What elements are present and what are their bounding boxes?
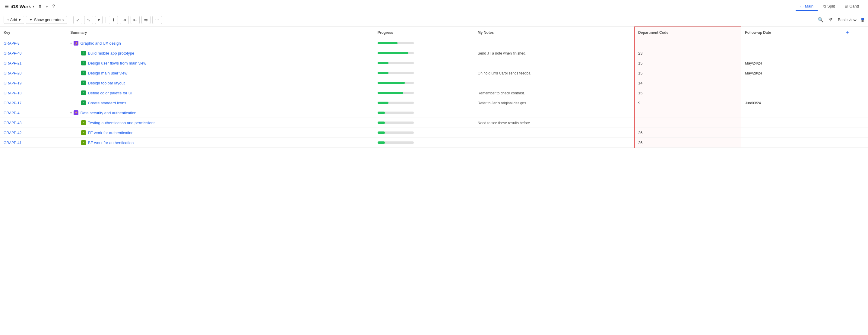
chevron-dropdown-button[interactable]: ▾ (95, 16, 102, 24)
row-summary-link[interactable]: Design toolbar layout (88, 81, 125, 85)
row-key-link[interactable]: GRAPP-42 (4, 131, 22, 135)
show-generators-button[interactable]: ✦ Show generators (26, 16, 67, 24)
progress-bar (378, 72, 414, 74)
progress-bar-fill (378, 72, 389, 74)
col-header-summary: Summary (67, 27, 374, 38)
split-tab-label: Split (827, 4, 835, 8)
share-nodes-icon[interactable]: ⑃ (45, 4, 49, 9)
check-icon: ✓ (81, 140, 86, 145)
row-followup-date: May/24/24 (745, 61, 762, 65)
row-notes: On hold until Carol sends feedba (478, 71, 530, 75)
more-options-button[interactable]: ⋯ (152, 16, 162, 24)
share-icon[interactable]: ⬆ (38, 4, 42, 9)
check-icon: ✓ (81, 51, 86, 56)
table-row: GRAPP-20✓Design main user viewOn hold un… (0, 68, 868, 78)
col-header-add: ＋ (841, 27, 868, 38)
upload-icon: ⬆ (112, 18, 115, 22)
search-button[interactable]: 🔍 (816, 16, 825, 24)
columns-button-wrapper: ||| (861, 17, 864, 23)
move-button[interactable]: ⇆ (142, 16, 151, 24)
app-title[interactable]: ☰ iOS Work ▾ (5, 4, 34, 9)
row-key-link[interactable]: GRAPP-17 (4, 101, 22, 105)
upload-button[interactable]: ⬆ (109, 16, 118, 24)
indent-button[interactable]: ⇥ (120, 16, 129, 24)
row-summary-link[interactable]: Testing authentication and permissions (88, 121, 155, 125)
help-icon[interactable]: ? (52, 4, 55, 9)
tab-gantt[interactable]: ⊟ Gantt (840, 2, 863, 11)
row-key-link[interactable]: GRAPP-4 (4, 111, 20, 115)
separator-2 (105, 17, 106, 23)
row-key-link[interactable]: GRAPP-18 (4, 91, 22, 95)
tab-main[interactable]: ▭ Main (796, 2, 818, 11)
progress-bar-fill (378, 142, 385, 144)
row-summary-link[interactable]: Data security and authentication (80, 111, 136, 115)
collapse-icon: ⤡ (87, 18, 91, 22)
filter-button[interactable]: ⧩ (827, 16, 834, 24)
group-chevron-icon[interactable]: ▾ (70, 111, 72, 115)
group-chevron-icon[interactable]: ▾ (70, 41, 72, 45)
progress-bar (378, 122, 414, 124)
row-followup-date: May/28/24 (745, 71, 762, 75)
progress-bar-fill (378, 122, 385, 124)
row-dept-code: 15 (638, 61, 642, 65)
table-row: GRAPP-3▾⚡Graphic and UX design (0, 38, 868, 48)
add-column-button[interactable]: ＋ (845, 30, 849, 35)
columns-dot (861, 18, 864, 20)
toolbar: + Add ▾ ✦ Show generators ⤢ ⤡ ▾ ⬆ ⇥ ⇤ ⇆ … (0, 13, 868, 27)
row-key-link[interactable]: GRAPP-41 (4, 141, 22, 145)
generators-label: Show generators (34, 18, 64, 22)
collapse-button[interactable]: ⤡ (84, 16, 93, 24)
check-icon: ✓ (81, 70, 86, 75)
toolbar-right: 🔍 ⧩ Basic view ||| (816, 16, 864, 24)
progress-bar (378, 52, 414, 54)
row-dept-code: 26 (638, 130, 642, 135)
row-summary-link[interactable]: BE work for authentication (88, 141, 134, 145)
col-header-progress: Progress (374, 27, 474, 38)
outdent-button[interactable]: ⇤ (131, 16, 140, 24)
table-row: GRAPP-19✓Design toolbar layout14 (0, 78, 868, 88)
nav-left: ☰ iOS Work ▾ ⬆ ⑃ ? (5, 4, 55, 9)
check-icon: ✓ (81, 81, 86, 85)
progress-bar-fill (378, 42, 398, 44)
more-icon: ⋯ (155, 18, 159, 22)
progress-bar-fill (378, 82, 405, 84)
expand-icon: ⤢ (76, 18, 80, 22)
progress-bar-fill (378, 52, 408, 54)
expand-button[interactable]: ⤢ (73, 16, 82, 24)
check-icon: ✓ (81, 61, 86, 65)
row-summary-link[interactable]: FE work for authentication (88, 130, 133, 135)
row-summary-link[interactable]: Build mobile app prototype (88, 51, 134, 56)
table-container[interactable]: Key Summary Progress My Notes Department… (0, 27, 868, 335)
row-key-link[interactable]: GRAPP-21 (4, 61, 22, 65)
progress-bar-fill (378, 92, 403, 94)
basic-view-label: Basic view (838, 18, 856, 22)
check-icon: ✓ (81, 130, 86, 135)
row-key-link[interactable]: GRAPP-3 (4, 41, 20, 45)
row-notes: Refer to Jan's original designs. (478, 101, 527, 105)
row-summary-link[interactable]: Define color palette for UI (88, 91, 132, 95)
row-summary-link[interactable]: Design user flows from main view (88, 61, 146, 65)
move-icon: ⇆ (144, 18, 148, 22)
progress-bar-fill (378, 131, 385, 134)
row-key-link[interactable]: GRAPP-40 (4, 51, 22, 56)
progress-bar-fill (378, 62, 389, 64)
table-body: GRAPP-3▾⚡Graphic and UX designGRAPP-40✓B… (0, 38, 868, 148)
row-dept-code: 15 (638, 91, 642, 95)
row-key-link[interactable]: GRAPP-19 (4, 81, 22, 85)
lightning-icon: ⚡ (73, 110, 79, 115)
row-summary-link[interactable]: Graphic and UX design (80, 41, 121, 45)
table-row: GRAPP-17✓Create standard iconsRefer to J… (0, 98, 868, 108)
row-summary-link[interactable]: Create standard icons (88, 101, 126, 105)
top-nav: ☰ iOS Work ▾ ⬆ ⑃ ? ▭ Main ⧉ Split ⊟ Gant… (0, 0, 868, 13)
col-header-dept: Department Code (634, 27, 741, 38)
progress-bar (378, 112, 414, 114)
row-key-link[interactable]: GRAPP-20 (4, 71, 22, 75)
row-key-link[interactable]: GRAPP-43 (4, 121, 22, 125)
add-button[interactable]: + Add ▾ (4, 16, 24, 24)
basic-view-button[interactable]: Basic view (836, 16, 858, 23)
table-row: GRAPP-41✓BE work for authentication26 (0, 138, 868, 148)
row-dept-code: 14 (638, 81, 642, 85)
row-dept-code: 9 (638, 101, 640, 105)
row-summary-link[interactable]: Design main user view (88, 71, 127, 75)
tab-split[interactable]: ⧉ Split (819, 2, 839, 11)
